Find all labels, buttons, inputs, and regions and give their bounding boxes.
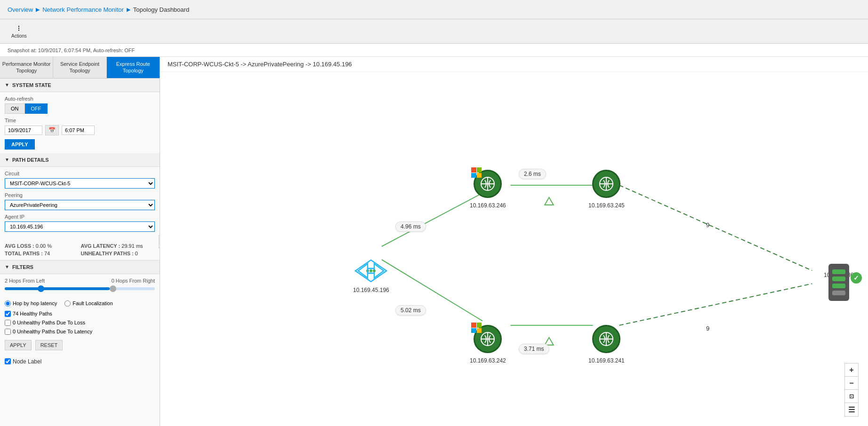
filters-arrow: ▼	[5, 264, 9, 269]
snapshot-text: Snapshot at: 10/9/2017, 6:07:54 PM, Auto…	[8, 47, 135, 53]
node-circle-n2	[592, 170, 620, 198]
dest-led-4	[832, 291, 845, 295]
avg-loss: AVG LOSS : 0.00 %	[5, 243, 79, 249]
actions-button[interactable]: ⫶ Actions	[8, 22, 31, 40]
network-diagram: 10.169.45.196	[160, 76, 868, 426]
breadcrumb-npm[interactable]: Network Performance Monitor	[42, 6, 124, 13]
path-details-fields: Circuit MSIT-CORP-WCUS-Ckt-5 Peering Azu…	[0, 167, 160, 239]
header: Overview ▶ Network Performance Monitor ▶…	[0, 0, 868, 19]
auto-refresh-toggle: ON OFF	[5, 103, 155, 114]
ms-badge-n3	[471, 323, 482, 333]
node-n4[interactable]: 10.169.63.241	[584, 325, 629, 365]
zoom-in-button[interactable]: +	[845, 363, 858, 377]
svg-point-11	[373, 269, 376, 272]
toggle-off[interactable]: OFF	[25, 103, 48, 114]
router-icon-n2	[598, 175, 615, 192]
agent-ip-label: Agent IP	[5, 214, 155, 220]
filters-label: FILTERS	[12, 264, 33, 270]
svg-marker-6	[545, 197, 554, 205]
breadcrumb-topology: Topology Dashboard	[133, 6, 189, 13]
slider-container: 2 Hops From Left 0 Hops From Right	[0, 274, 160, 298]
radio-group: Hop by hop latency Fault Localization	[0, 298, 160, 309]
snapshot-bar: Snapshot at: 10/9/2017, 6:07:54 PM, Auto…	[0, 44, 868, 57]
date-input[interactable]	[5, 126, 42, 135]
checkbox-unhealthy-latency[interactable]: 0 Unhealthy Paths Due To Latency	[0, 327, 160, 336]
system-state-fields: Auto-refresh ON OFF Time 📅 APPLY	[0, 92, 160, 153]
node-n3[interactable]: 10.169.63.242	[465, 325, 511, 365]
actions-icon: ⫶	[17, 24, 21, 32]
node-circle-n1	[474, 170, 502, 198]
hops-right-label: 0 Hops From Right	[112, 278, 155, 284]
path-details-header[interactable]: ▼ PATH DETAILS	[0, 153, 160, 167]
node-label-n3: 10.169.63.242	[465, 356, 511, 365]
system-state-header[interactable]: ▼ SYSTEM STATE	[0, 79, 160, 92]
svg-point-10	[370, 269, 372, 272]
latency-label-1: 2.6 ms	[519, 169, 546, 179]
node-n1[interactable]: 10.169.63.246	[465, 170, 511, 210]
zoom-out-button[interactable]: −	[845, 377, 858, 390]
agent-ip-select[interactable]: 10.169.45.196	[5, 221, 155, 232]
agent-icon	[354, 259, 387, 283]
checkbox-healthy-paths[interactable]: 74 Healthy Paths	[0, 309, 160, 318]
svg-line-5	[619, 284, 812, 325]
avg-latency: AVG LATENCY : 29.91 ms	[81, 243, 155, 249]
system-state-label: SYSTEM STATE	[12, 82, 51, 88]
node-label-n2: 10.169.63.245	[584, 201, 629, 210]
slider-labels: 2 Hops From Left 0 Hops From Right	[5, 278, 155, 284]
router-icon-n1	[479, 175, 496, 192]
tab-performance-monitor[interactable]: Performance MonitorTopology	[0, 57, 53, 78]
dest-node-box	[828, 264, 849, 301]
zoom-fit-button[interactable]: ⊡	[845, 390, 858, 403]
auto-refresh-label: Auto-refresh	[5, 96, 155, 102]
time-input[interactable]	[62, 126, 95, 135]
radio-fault-loc[interactable]: Fault Localization	[64, 300, 113, 307]
date-row: 📅	[5, 125, 155, 135]
slider-thumb-right[interactable]	[110, 285, 116, 292]
destination-node[interactable]: ✓ 10.30.84.86	[819, 264, 858, 280]
tab-service-endpoint[interactable]: Service EndpointTopology	[53, 57, 106, 78]
total-paths: TOTAL PATHS : 74	[5, 251, 79, 256]
peering-select[interactable]: AzurePrivatePeering	[5, 200, 155, 210]
breadcrumb-sep-2: ▶	[127, 7, 130, 13]
peering-label: Peering	[5, 192, 155, 198]
node-circle-n4	[592, 325, 620, 353]
tab-express-route[interactable]: Express RouteTopology	[107, 57, 160, 78]
apply-button-system[interactable]: APPLY	[5, 139, 35, 150]
breadcrumb-sep-1: ▶	[36, 7, 40, 13]
node-label-n4: 10.169.63.241	[584, 356, 629, 365]
breadcrumb: Overview ▶ Network Performance Monitor ▶…	[8, 6, 189, 13]
apply-button-filters[interactable]: APPLY	[5, 340, 32, 350]
latency-label-4: 3.71 ms	[519, 344, 549, 354]
hops-left-label: 2 Hops From Left	[5, 278, 45, 284]
slider-thumb-left[interactable]	[38, 285, 44, 292]
reset-button-filters[interactable]: RESET	[35, 340, 63, 350]
sidebar: Performance MonitorTopology Service Endp…	[0, 57, 160, 426]
node-label-n1: 10.169.63.246	[465, 201, 511, 210]
system-state-arrow: ▼	[5, 82, 9, 87]
latency-label-2: 4.96 ms	[395, 221, 426, 232]
router-icon-n3	[479, 331, 496, 347]
tab-bar: Performance MonitorTopology Service Endp…	[0, 57, 160, 79]
circuit-select[interactable]: MSIT-CORP-WCUS-Ckt-5	[5, 178, 155, 189]
radio-hop-latency[interactable]: Hop by hop latency	[5, 300, 57, 307]
zoom-controls: + − ⊡ ☰	[844, 363, 859, 417]
filters-header[interactable]: ▼ FILTERS	[0, 260, 160, 274]
slider-track	[5, 287, 155, 290]
zoom-menu-button[interactable]: ☰	[845, 403, 858, 416]
router-icon-n4	[598, 331, 615, 347]
dest-led-2	[832, 276, 845, 281]
checkbox-unhealthy-loss[interactable]: 0 Unhealthy Paths Due To Loss	[0, 318, 160, 327]
hop-label-1: 9	[706, 221, 709, 229]
unhealthy-paths: UNHEALTHY PATHS : 0	[81, 251, 155, 256]
agent-node[interactable]: 10.169.45.196	[348, 259, 394, 295]
dest-checkmark: ✓	[851, 272, 862, 284]
svg-line-4	[619, 185, 812, 271]
toggle-on[interactable]: ON	[5, 103, 25, 114]
breadcrumb-overview[interactable]: Overview	[8, 6, 33, 13]
checkbox-node-label[interactable]: Node Label	[0, 357, 160, 366]
canvas-title: MSIT-CORP-WCUS-Ckt-5 -> AzurePrivatePeer…	[160, 57, 868, 72]
stats-grid: AVG LOSS : 0.00 % AVG LATENCY : 29.91 ms…	[0, 239, 160, 260]
path-details-label: PATH DETAILS	[12, 157, 49, 163]
node-n2[interactable]: 10.169.63.245	[584, 170, 629, 210]
calendar-button[interactable]: 📅	[45, 125, 59, 135]
